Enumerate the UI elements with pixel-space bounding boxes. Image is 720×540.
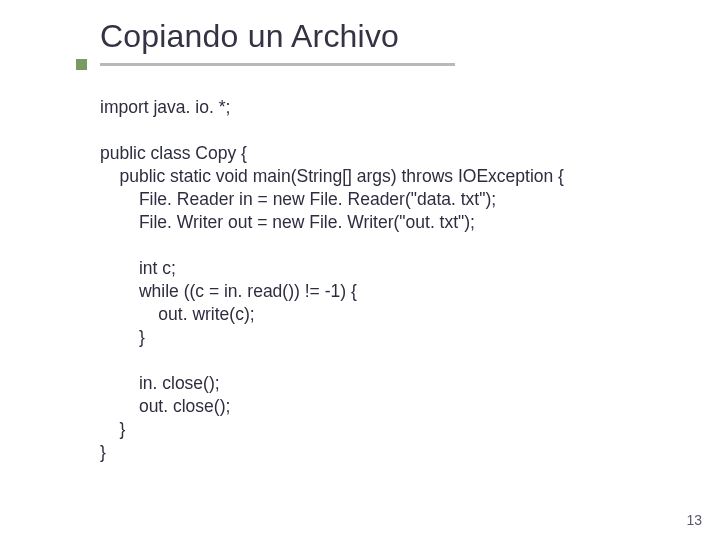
code-line: import java. io. *; [100, 97, 230, 117]
title-underline [100, 63, 455, 66]
code-line: public static void main(String[] args) t… [100, 166, 564, 186]
code-line: public class Copy { [100, 143, 247, 163]
code-line: while ((c = in. read()) != -1) { [100, 281, 357, 301]
code-line: File. Writer out = new File. Writer("out… [100, 212, 475, 232]
slide: Copiando un Archivo import java. io. *; … [0, 0, 720, 540]
code-line: } [100, 442, 106, 462]
code-line: in. close(); [100, 373, 220, 393]
code-line: out. write(c); [100, 304, 255, 324]
code-line: } [100, 327, 145, 347]
code-block: import java. io. *; public class Copy { … [100, 96, 564, 464]
code-line: } [100, 419, 125, 439]
slide-title: Copiando un Archivo [100, 18, 399, 55]
page-number: 13 [686, 512, 702, 528]
code-line: out. close(); [100, 396, 230, 416]
code-line: File. Reader in = new File. Reader("data… [100, 189, 496, 209]
code-line: int c; [100, 258, 176, 278]
